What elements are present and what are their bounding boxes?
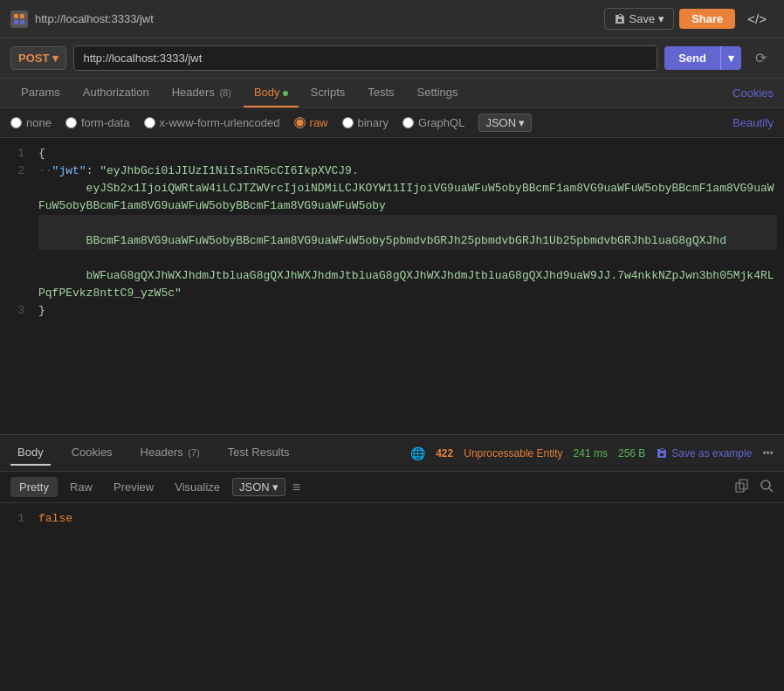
send-label: Send <box>664 46 720 70</box>
save-button[interactable]: Save ▾ <box>604 8 675 30</box>
status-code: 422 <box>436 447 453 460</box>
share-button[interactable]: Share <box>679 9 735 29</box>
filter-icon: ≡ <box>292 480 300 495</box>
save-chevron-icon: ▾ <box>658 12 664 25</box>
response-section: Body Cookies Headers (7) Test Results 🌐 … <box>0 435 784 535</box>
resp-tab-headers[interactable]: Headers (7) <box>134 440 207 466</box>
radio-raw[interactable]: raw <box>294 116 328 129</box>
svg-rect-2 <box>14 20 18 24</box>
app-icon <box>10 10 28 28</box>
more-options-button[interactable]: ••• <box>762 447 774 460</box>
code-line-2: 2 ··"jwt": "eyJhbGci0iJIUzI1NiIsInR5cCI6… <box>0 162 784 302</box>
status-size: 256 B <box>618 447 645 460</box>
cookies-link[interactable]: Cookies <box>732 86 774 100</box>
radio-urlencoded[interactable]: x-www-form-urlencoded <box>144 116 280 129</box>
radio-form-data[interactable]: form-data <box>65 116 130 129</box>
search-button[interactable] <box>760 479 774 496</box>
resp-tab-test-results[interactable]: Test Results <box>221 440 297 466</box>
svg-line-7 <box>769 488 773 492</box>
url-bar: POST ▾ Send ▾ ⟳ <box>0 38 784 78</box>
tab-authorization[interactable]: Authorization <box>72 79 160 107</box>
top-bar-url: http://localhost:3333/jwt <box>35 12 597 25</box>
resp-sub-tab-visualize[interactable]: Visualize <box>166 477 229 497</box>
resp-json-select[interactable]: JSON ▾ <box>232 478 285 496</box>
svg-rect-3 <box>20 20 24 24</box>
code-line-1: 1 { <box>0 145 784 162</box>
response-value: false <box>31 510 79 528</box>
tab-headers[interactable]: Headers (8) <box>162 79 242 107</box>
svg-point-6 <box>761 480 770 489</box>
tab-body[interactable]: Body <box>244 79 299 107</box>
top-bar-actions: Save ▾ Share </> <box>604 8 774 30</box>
radio-graphql[interactable]: GraphQL <box>402 116 464 129</box>
resp-line-1: 1 false <box>0 510 784 528</box>
method-chevron-icon: ▾ <box>52 52 58 65</box>
top-bar: http://localhost:3333/jwt Save ▾ Share <… <box>0 0 784 38</box>
tab-scripts[interactable]: Scripts <box>300 79 356 107</box>
tab-tests[interactable]: Tests <box>357 79 404 107</box>
refresh-icon: ⟳ <box>755 51 767 66</box>
method-select[interactable]: POST ▾ <box>10 46 66 70</box>
send-arrow-icon[interactable]: ▾ <box>720 46 741 70</box>
tab-params[interactable]: Params <box>10 79 71 107</box>
refresh-button[interactable]: ⟳ <box>748 46 774 70</box>
radio-binary[interactable]: binary <box>342 116 389 129</box>
resp-tab-cookies[interactable]: Cookies <box>65 440 120 466</box>
resp-sub-tab-pretty[interactable]: Pretty <box>10 477 58 497</box>
request-tabs-bar: Params Authorization Headers (8) Body Sc… <box>0 78 784 107</box>
response-sub-bar: Pretty Raw Preview Visualize JSON ▾ ≡ <box>0 472 784 503</box>
resp-sub-tab-raw[interactable]: Raw <box>61 477 101 497</box>
url-input[interactable] <box>73 45 657 71</box>
response-icons <box>735 479 774 496</box>
response-body: 1 false <box>0 503 784 535</box>
status-text: Unprocessable Entity <box>464 447 562 460</box>
json-format-select[interactable]: JSON ▾ <box>478 114 532 132</box>
status-time: 241 ms <box>574 447 608 460</box>
copy-button[interactable] <box>735 479 749 496</box>
request-section: POST ▾ Send ▾ ⟳ Params Authorization Hea… <box>0 38 784 108</box>
beautify-button[interactable]: Beautify <box>732 116 774 129</box>
body-type-bar: none form-data x-www-form-urlencoded raw… <box>0 108 784 138</box>
svg-rect-1 <box>20 14 24 18</box>
radio-none[interactable]: none <box>10 116 52 129</box>
tab-settings[interactable]: Settings <box>407 79 469 107</box>
response-top-bar: Body Cookies Headers (7) Test Results 🌐 … <box>0 435 784 472</box>
resp-sub-tab-preview[interactable]: Preview <box>105 477 162 497</box>
resp-tab-body[interactable]: Body <box>10 440 51 466</box>
json-chevron-icon: ▾ <box>519 116 525 129</box>
code-line-3: 3 } <box>0 302 784 320</box>
resp-json-chevron-icon: ▾ <box>272 480 279 494</box>
send-button[interactable]: Send ▾ <box>664 46 741 70</box>
svg-rect-0 <box>14 14 18 18</box>
method-label: POST <box>18 52 49 65</box>
code-editor[interactable]: 1 { 2 ··"jwt": "eyJhbGci0iJIUzI1NiIsInR5… <box>0 138 784 435</box>
save-example-button[interactable]: Save as example <box>656 447 752 460</box>
code-icon: </> <box>747 11 767 26</box>
code-button[interactable]: </> <box>740 8 774 30</box>
globe-icon: 🌐 <box>410 446 425 460</box>
response-status-info: 🌐 422 Unprocessable Entity 241 ms 256 B … <box>410 446 774 460</box>
